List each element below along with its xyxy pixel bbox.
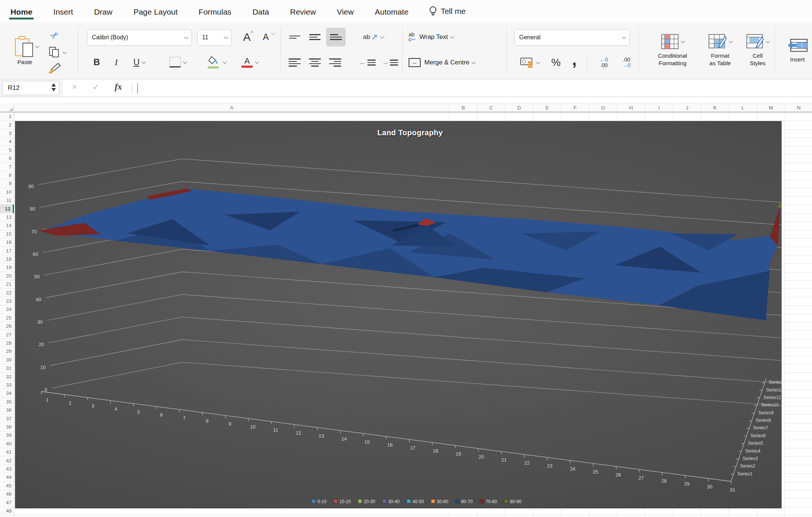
row-header-45[interactable]: 45 bbox=[0, 482, 14, 490]
cancel-icon[interactable]: × bbox=[72, 82, 77, 92]
menu-tab-home[interactable]: Home bbox=[10, 2, 33, 20]
menu-tab-page-layout[interactable]: Page Layout bbox=[133, 2, 178, 20]
row-header-47[interactable]: 47 bbox=[0, 498, 14, 507]
row-header-21[interactable]: 21 bbox=[0, 280, 14, 288]
wrap-text-button[interactable]: abc↩ Wrap Text bbox=[409, 28, 502, 46]
menu-tab-insert[interactable]: Insert bbox=[52, 2, 74, 20]
name-box[interactable]: R12 bbox=[2, 81, 59, 95]
column-header-L[interactable]: L bbox=[729, 104, 757, 112]
row-header-19[interactable]: 19 bbox=[0, 263, 14, 272]
row-header-10[interactable]: 10 bbox=[0, 188, 14, 196]
menu-tab-review[interactable]: Review bbox=[289, 2, 317, 20]
font-name-select[interactable]: Calibri (Body) bbox=[87, 29, 192, 46]
cell-styles-button[interactable]: CellStyles bbox=[742, 28, 774, 73]
column-header-M[interactable]: M bbox=[757, 104, 785, 112]
legend-item[interactable]: 10-20 bbox=[334, 499, 351, 504]
legend-item[interactable]: 20-30 bbox=[358, 499, 375, 504]
align-middle-button[interactable] bbox=[306, 28, 324, 46]
row-header-8[interactable]: 8 bbox=[0, 171, 14, 179]
enter-icon[interactable]: ✓ bbox=[92, 82, 99, 92]
row-header-6[interactable]: 6 bbox=[0, 154, 14, 163]
fill-color-button[interactable] bbox=[202, 54, 231, 70]
row-header-18[interactable]: 18 bbox=[0, 255, 14, 263]
legend-item[interactable]: 0-10 bbox=[312, 499, 327, 504]
row-header-46[interactable]: 46 bbox=[0, 490, 14, 498]
row-header-31[interactable]: 31 bbox=[0, 364, 14, 372]
menu-tab-view[interactable]: View bbox=[336, 2, 355, 20]
menu-tab-automate[interactable]: Automate bbox=[374, 2, 409, 20]
row-header-22[interactable]: 22 bbox=[0, 288, 14, 297]
row-header-27[interactable]: 27 bbox=[0, 330, 14, 339]
accounting-format-button[interactable] bbox=[515, 54, 544, 71]
row-header-13[interactable]: 13 bbox=[0, 213, 14, 221]
column-header-N[interactable]: N bbox=[785, 104, 812, 112]
row-header-15[interactable]: 15 bbox=[0, 230, 14, 238]
row-header-40[interactable]: 40 bbox=[0, 440, 14, 448]
align-right-button[interactable] bbox=[326, 54, 344, 71]
row-header-12[interactable]: 12 bbox=[0, 205, 14, 213]
align-top-button[interactable] bbox=[286, 28, 304, 46]
conditional-formatting-button[interactable]: ConditionalFormatting bbox=[647, 28, 698, 73]
insert-function-icon[interactable]: fx bbox=[115, 82, 122, 92]
row-header-3[interactable]: 3 bbox=[0, 129, 14, 137]
column-header-J[interactable]: J bbox=[673, 104, 701, 112]
number-format-select[interactable]: General bbox=[514, 29, 630, 46]
row-header-29[interactable]: 29 bbox=[0, 347, 14, 356]
row-header-11[interactable]: 11 bbox=[0, 196, 14, 205]
increase-decimal-button[interactable]: .00 →0 bbox=[616, 54, 637, 71]
menu-tab-formulas[interactable]: Formulas bbox=[198, 2, 232, 20]
row-header-7[interactable]: 7 bbox=[0, 163, 14, 171]
row-header-23[interactable]: 23 bbox=[0, 297, 14, 305]
menu-tab-draw[interactable]: Draw bbox=[93, 2, 113, 20]
percent-style-button[interactable]: % bbox=[547, 54, 565, 71]
column-header-F[interactable]: F bbox=[561, 104, 589, 112]
column-header-C[interactable]: C bbox=[478, 104, 506, 112]
increase-indent-button[interactable]: → bbox=[379, 54, 400, 71]
legend-item[interactable]: 60-70 bbox=[455, 499, 473, 504]
row-header-38[interactable]: 38 bbox=[0, 423, 14, 431]
column-header-H[interactable]: H bbox=[617, 104, 646, 112]
formula-input[interactable] bbox=[63, 80, 812, 97]
row-header-32[interactable]: 32 bbox=[0, 372, 14, 381]
row-header-16[interactable]: 16 bbox=[0, 238, 14, 247]
surface-chart[interactable]: 9080706050403020100123456789101112131415… bbox=[15, 121, 782, 508]
align-left-button[interactable] bbox=[286, 54, 304, 71]
format-as-table-button[interactable]: Formatas Table bbox=[698, 28, 742, 73]
row-header-14[interactable]: 14 bbox=[0, 221, 14, 230]
copy-button[interactable] bbox=[45, 46, 70, 59]
merge-centre-button[interactable]: ↔ Merge & Centre bbox=[409, 54, 521, 71]
paste-button[interactable]: Paste bbox=[7, 28, 43, 73]
font-color-button[interactable]: A bbox=[235, 54, 264, 70]
row-header-36[interactable]: 36 bbox=[0, 406, 14, 414]
legend-item[interactable]: 30-40 bbox=[382, 499, 400, 504]
row-header-9[interactable]: 9 bbox=[0, 179, 14, 188]
row-header-28[interactable]: 28 bbox=[0, 339, 14, 347]
font-size-select[interactable]: 11 bbox=[197, 29, 232, 46]
row-header-37[interactable]: 37 bbox=[0, 414, 14, 423]
row-header-30[interactable]: 30 bbox=[0, 356, 14, 364]
borders-button[interactable] bbox=[164, 54, 191, 70]
row-header-1[interactable]: 1 bbox=[0, 112, 14, 121]
legend-item[interactable]: 50-60 bbox=[431, 499, 448, 504]
orientation-button[interactable]: ab ↗ bbox=[357, 28, 389, 46]
shrink-font-button[interactable]: A bbox=[259, 28, 278, 46]
column-header-K[interactable]: K bbox=[701, 104, 729, 112]
comma-style-button[interactable]: , bbox=[566, 51, 583, 68]
tell-me-button[interactable]: Tell me bbox=[429, 6, 466, 16]
decrease-decimal-button[interactable]: ←0 .00 bbox=[593, 54, 615, 71]
row-header-25[interactable]: 25 bbox=[0, 314, 14, 322]
align-center-button[interactable] bbox=[306, 54, 324, 71]
column-header-G[interactable]: G bbox=[589, 104, 617, 112]
column-header-E[interactable]: E bbox=[533, 104, 562, 112]
row-header-24[interactable]: 24 bbox=[0, 305, 14, 314]
row-header-48[interactable]: 48 bbox=[0, 507, 14, 515]
column-header-D[interactable]: D bbox=[505, 104, 533, 112]
legend-item[interactable]: 70-80 bbox=[480, 499, 497, 504]
column-header-A[interactable]: A bbox=[14, 104, 449, 112]
name-box-spinner[interactable] bbox=[51, 83, 56, 91]
column-header-B[interactable]: B bbox=[449, 104, 478, 112]
row-header-4[interactable]: 4 bbox=[0, 137, 14, 146]
italic-button[interactable]: I bbox=[108, 54, 124, 70]
row-header-41[interactable]: 41 bbox=[0, 448, 14, 456]
row-header-2[interactable]: 2 bbox=[0, 121, 14, 129]
